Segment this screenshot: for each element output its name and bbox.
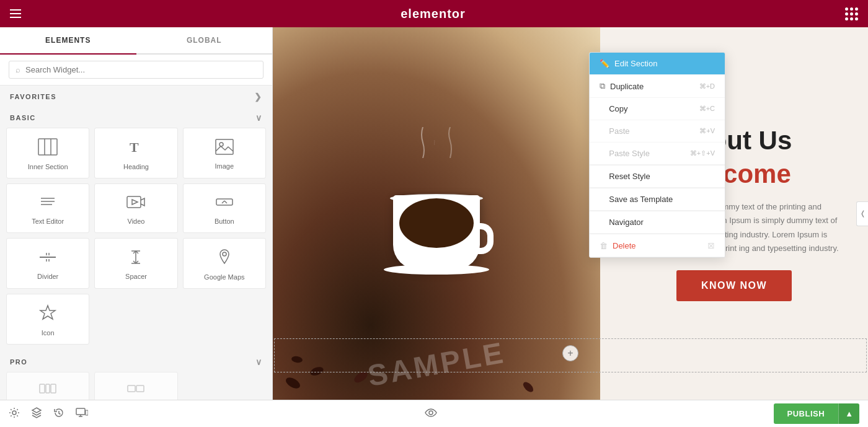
basic-section-header[interactable]: BASIC ∨ xyxy=(0,107,272,128)
search-input[interactable] xyxy=(25,65,257,74)
toolbar-left-icons xyxy=(9,407,88,421)
publish-dropdown-button[interactable]: ▲ xyxy=(838,403,859,424)
duplicate-shortcut: ⌘+D xyxy=(699,82,715,90)
template-icon: _ xyxy=(600,195,604,204)
top-bar: elementor xyxy=(0,0,868,27)
context-menu-edit-section[interactable]: ✏️ Edit Section xyxy=(590,53,725,75)
svg-marker-10 xyxy=(132,200,138,205)
coffee-cup xyxy=(374,158,498,270)
widget-inner-section[interactable]: Inner Section xyxy=(6,128,89,178)
svg-point-26 xyxy=(223,252,226,256)
paste-style-icon: _ xyxy=(600,149,604,158)
svg-rect-37 xyxy=(86,410,88,415)
svg-point-38 xyxy=(429,411,433,415)
widget-button-label: Button xyxy=(215,218,234,225)
paste-style-label: Paste Style xyxy=(609,149,650,158)
reset-style-label: Reset Style xyxy=(609,172,650,181)
svg-rect-30 xyxy=(51,384,56,393)
svg-line-13 xyxy=(222,201,224,203)
widget-heading[interactable]: T Heading xyxy=(94,128,177,178)
svg-rect-32 xyxy=(136,385,144,392)
svg-rect-29 xyxy=(46,384,50,393)
svg-rect-34 xyxy=(76,408,85,415)
widget-button[interactable]: Button xyxy=(183,183,266,233)
video-icon xyxy=(126,194,145,213)
widget-image-label: Image xyxy=(215,162,234,170)
widget-heading-label: Heading xyxy=(123,163,149,170)
context-menu-paste: _ Paste ⌘+V xyxy=(590,120,725,143)
tab-elements[interactable]: ELEMENTS xyxy=(0,27,136,55)
edit-section-label: Edit Section xyxy=(614,59,657,68)
text-editor-icon xyxy=(38,194,57,213)
widget-image[interactable]: Image xyxy=(183,128,266,178)
widget-google-maps[interactable]: Google Maps xyxy=(183,238,266,289)
context-menu-delete[interactable]: 🗑 Delete ⊠ xyxy=(590,234,725,257)
delete-x-icon: ⊠ xyxy=(707,240,715,250)
pro-label: PRO xyxy=(10,358,27,366)
widget-spacer-label: Spacer xyxy=(125,273,147,280)
widget-video[interactable]: Video xyxy=(94,183,177,233)
pro-widget-1[interactable] xyxy=(6,372,89,400)
context-menu-save-as-template[interactable]: _ Save as Template xyxy=(590,188,725,211)
canvas-area: SAMPLE About Us Welcome m Ipsum is simpl… xyxy=(273,27,868,400)
hamburger-menu[interactable] xyxy=(10,9,21,18)
image-icon xyxy=(215,139,234,157)
duplicate-icon: ⧉ xyxy=(600,81,605,91)
pro-widget-grid xyxy=(0,372,272,400)
svg-rect-28 xyxy=(40,384,45,393)
know-now-button[interactable]: KNOW NOW xyxy=(676,270,792,301)
add-section-button[interactable]: + xyxy=(562,345,578,361)
widget-text-editor[interactable]: Text Editor xyxy=(6,183,89,233)
context-menu-navigator[interactable]: _ Navigator xyxy=(590,211,725,234)
publish-group: PUBLISH ▲ xyxy=(774,403,859,424)
basic-label: BASIC xyxy=(10,114,36,121)
pro-arrow: ∨ xyxy=(255,357,263,367)
widget-spacer[interactable]: Spacer xyxy=(94,238,177,289)
sidebar-tabs: ELEMENTS GLOBAL xyxy=(0,27,272,55)
inner-section-icon xyxy=(38,138,58,158)
apps-grid-button[interactable] xyxy=(845,7,858,20)
pro-section-header[interactable]: PRO ∨ xyxy=(0,351,272,372)
copy-icon: _ xyxy=(600,104,604,113)
tab-global[interactable]: GLOBAL xyxy=(136,27,273,53)
collapse-sidebar-button[interactable]: ❬ xyxy=(856,201,868,226)
spacer-icon xyxy=(126,249,145,268)
settings-button[interactable] xyxy=(9,407,20,421)
layers-button[interactable] xyxy=(31,407,42,421)
svg-point-33 xyxy=(12,411,16,415)
navigator-icon: _ xyxy=(600,218,604,227)
favorites-section-header[interactable]: FAVORITES ❯ xyxy=(0,86,272,107)
svg-rect-4 xyxy=(216,139,233,154)
history-button[interactable] xyxy=(53,407,64,421)
pro-widget-2[interactable] xyxy=(94,372,177,400)
svg-rect-0 xyxy=(38,139,57,155)
svg-text:T: T xyxy=(130,139,139,155)
google-maps-icon xyxy=(216,249,233,268)
copy-shortcut: ⌘+C xyxy=(699,105,715,113)
responsive-button[interactable] xyxy=(76,408,88,420)
app-logo: elementor xyxy=(401,7,466,21)
copy-label: Copy xyxy=(609,104,627,113)
context-menu-copy[interactable]: _ Copy ⌘+C xyxy=(590,98,725,120)
sidebar: ELEMENTS GLOBAL ⌕ FAVORITES ❯ BASIC ∨ xyxy=(0,27,273,400)
canvas-background: SAMPLE About Us Welcome m Ipsum is simpl… xyxy=(273,27,868,400)
publish-button[interactable]: PUBLISH xyxy=(774,403,839,424)
preview-button[interactable] xyxy=(425,408,437,420)
bottom-toolbar: PUBLISH ▲ xyxy=(0,400,868,427)
widget-video-label: Video xyxy=(128,218,145,225)
widget-divider[interactable]: Divider xyxy=(6,238,89,289)
context-menu-reset-style[interactable]: _ Reset Style xyxy=(590,165,725,188)
save-as-template-label: Save as Template xyxy=(609,195,673,204)
favorites-arrow: ❯ xyxy=(254,92,263,102)
widget-icon-label: Icon xyxy=(42,329,55,337)
duplicate-label: Duplicate xyxy=(610,82,644,91)
button-icon xyxy=(215,194,234,213)
svg-marker-27 xyxy=(40,306,55,319)
widget-icon[interactable]: Icon xyxy=(6,294,89,345)
favorites-label: FAVORITES xyxy=(10,93,56,100)
context-menu-duplicate[interactable]: ⧉ Duplicate ⌘+D xyxy=(590,75,725,98)
search-wrap: ⌕ xyxy=(9,61,264,79)
reset-style-icon: _ xyxy=(600,172,604,181)
grid-icon xyxy=(845,7,858,20)
sidebar-content: FAVORITES ❯ BASIC ∨ xyxy=(0,86,272,400)
